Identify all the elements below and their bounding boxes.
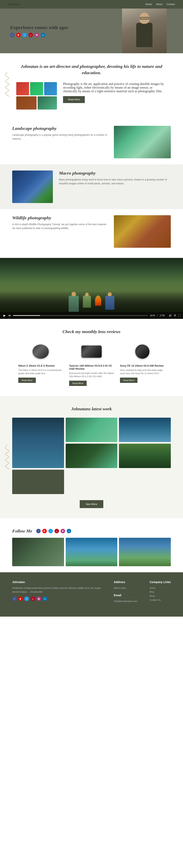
volume-icon[interactable]: 🔊	[169, 314, 172, 317]
hero-pinterest-icon[interactable]: p	[28, 33, 33, 37]
footer-linkedin-icon[interactable]: in	[43, 596, 47, 601]
landscape-title: Landscape photography	[12, 126, 108, 131]
footer-address-title: Address	[114, 581, 137, 584]
footer-link-shop[interactable]: Shop	[150, 594, 171, 598]
follow-grid	[12, 538, 171, 566]
footer-instagram-icon[interactable]: ◉	[37, 596, 41, 601]
nav-contact[interactable]: Contact	[166, 3, 175, 6]
lens-image-1	[18, 341, 63, 362]
video-section: ▶ ⏭ 10:44 / 17:56 🔊 ⚙ ⛶	[0, 258, 183, 319]
follow-image-3	[119, 538, 171, 566]
footer-link-home[interactable]: Home	[150, 586, 171, 590]
latest-work-title: Johnatans latest work	[12, 406, 171, 411]
macro-text: Macro photography Many photographers tod…	[59, 170, 171, 186]
footer-email-value[interactable]: info@domainname.com	[114, 599, 137, 603]
lens-card-3: Sony FE 12-24mm f/2.8 GM Review Sony unv…	[120, 341, 165, 386]
lens-2-title: Tamron 100-400mm f/4.5-6.3 Di VC USD Rev…	[69, 364, 114, 370]
hero-youtube-icon[interactable]: ▶	[16, 33, 21, 37]
intro-images	[16, 82, 57, 110]
navbar: Johnatan Home About Contact	[0, 0, 183, 8]
footer-youtube-icon[interactable]: ▶	[18, 596, 23, 601]
intro-read-more-button[interactable]: Read More	[63, 96, 85, 103]
nav-about[interactable]: About	[156, 3, 162, 6]
play-button[interactable]: ▶	[2, 314, 6, 318]
hero-facebook-icon[interactable]: f	[10, 33, 14, 37]
footer-facebook-icon[interactable]: f	[12, 596, 17, 601]
footer: Johnatan Vestibulum ut ligula porta feli…	[0, 572, 183, 617]
wildlife-image	[114, 215, 171, 248]
work-grid	[12, 417, 171, 494]
progress-fill	[13, 315, 40, 316]
campfire	[95, 296, 101, 306]
follow-linkedin-icon[interactable]: in	[67, 529, 71, 533]
footer-link-contact[interactable]: Contact Us	[150, 598, 171, 602]
latest-work-section: Johnatans latest work See More	[0, 396, 183, 518]
follow-twitter-icon[interactable]: t	[49, 529, 53, 533]
see-more-button[interactable]: See More	[80, 500, 103, 508]
lens-2-desc: Announced just eight months after the Si…	[69, 372, 114, 378]
progress-bar[interactable]	[13, 315, 148, 316]
nikon-lens-shape	[33, 344, 49, 359]
footer-about-title: Johnatan	[12, 581, 101, 584]
macro-section: Macro photography Many photographers tod…	[0, 164, 183, 209]
footer-link-blog[interactable]: Blog	[150, 590, 171, 594]
intro-heading: Johnatan is an art-director and photogra…	[16, 63, 167, 76]
lens-3-title: Sony FE 12-24mm f/2.8 GM Review	[120, 364, 165, 367]
follow-facebook-icon[interactable]: f	[36, 529, 41, 533]
follow-instagram-icon[interactable]: ◉	[61, 529, 65, 533]
hero-portrait	[122, 8, 167, 53]
hero-content: Experience comes with ages f ▶ t p ◉ in	[10, 25, 68, 37]
footer-links-col: Company Links Home Blog Shop Contact Us	[150, 581, 171, 603]
work-image-4	[66, 444, 118, 468]
footer-email-title: Email	[114, 594, 137, 597]
skip-forward-icon[interactable]: ⏭	[8, 314, 11, 317]
fullscreen-icon[interactable]: ⛶	[178, 314, 181, 317]
lens-3-read-more[interactable]: Read More	[120, 378, 138, 383]
macro-title: Macro photography	[59, 170, 171, 176]
lens-1-read-more[interactable]: Read More	[18, 378, 36, 383]
landscape-image	[114, 126, 171, 158]
settings-icon[interactable]: ⚙	[174, 314, 176, 317]
nav-home[interactable]: Home	[145, 3, 152, 6]
time-total: 17:56	[160, 314, 165, 317]
work-image-3	[119, 417, 171, 442]
landscape-section: Landscape photography Landscape photogra…	[0, 120, 183, 164]
hero-section: Experience comes with ages f ▶ t p ◉ in	[0, 8, 183, 53]
zigzag-decoration-left	[5, 72, 9, 96]
footer-top: Johnatan Vestibulum ut ligula porta feli…	[12, 581, 171, 603]
nav-links: Home About Contact	[145, 3, 175, 6]
footer-address-street: Street name	[114, 586, 137, 590]
wildlife-body: In this in-depth Wildlife Photography Tu…	[12, 222, 108, 230]
intro-image-5	[38, 96, 57, 110]
wildlife-text: Wildlife photography In this in-depth Wi…	[12, 215, 108, 230]
macro-body: Many photographers today want to know ho…	[59, 178, 171, 186]
footer-twitter-icon[interactable]: t	[24, 596, 29, 601]
follow-image-2	[66, 538, 118, 566]
lens-image-2	[69, 341, 114, 362]
footer-about-col: Johnatan Vestibulum ut ligula porta feli…	[12, 581, 101, 603]
lens-reviews-title: Check my monthly lens reviews	[12, 329, 171, 334]
follow-pinterest-icon[interactable]: p	[55, 529, 59, 533]
landscape-text: Landscape photography Landscape photogra…	[12, 126, 108, 141]
intro-image-1	[16, 82, 29, 95]
video-overlay	[69, 296, 115, 312]
intro-content: Photography is the art, application and …	[16, 82, 167, 110]
hero-linkedin-icon[interactable]: in	[41, 33, 45, 37]
lens-1-desc: The Nikon Z 20mm f/1.8 S is a profession…	[18, 368, 63, 375]
nav-logo[interactable]: Johnatan	[8, 2, 20, 6]
hero-twitter-icon[interactable]: t	[22, 33, 27, 37]
footer-social-icons: f ▶ t p ◉ in	[12, 596, 101, 601]
wildlife-title: Wildlife photography	[12, 215, 108, 220]
follow-title: Follow Me	[12, 528, 32, 534]
intro-body: Photography is the art, application and …	[63, 82, 167, 93]
follow-youtube-icon[interactable]: ▶	[42, 529, 47, 533]
footer-address-col: Address Street name Email info@domainnam…	[114, 581, 137, 603]
lens-2-read-more[interactable]: Read More	[69, 381, 87, 386]
intro-text: Photography is the art, application and …	[63, 82, 167, 103]
time-separator: /	[157, 314, 158, 317]
footer-pinterest-icon[interactable]: p	[31, 596, 35, 601]
wildlife-section: Wildlife photography In this in-depth Wi…	[0, 209, 183, 254]
hero-instagram-icon[interactable]: ◉	[35, 33, 39, 37]
zigzag-left-latest	[5, 445, 9, 469]
landscape-body: Landscape photography is a popular genre…	[12, 133, 108, 141]
